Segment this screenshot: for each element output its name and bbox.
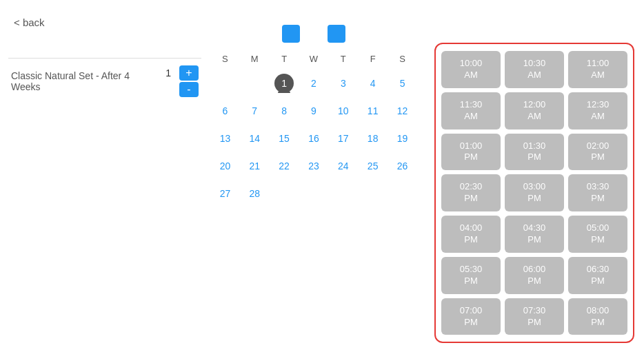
calendar-day[interactable]: 19 [388, 125, 417, 152]
time-slot-button[interactable]: 11:30AM [441, 92, 501, 129]
time-slot-button[interactable]: 07:00PM [441, 298, 501, 335]
day-header: S [388, 51, 417, 70]
calendar-day[interactable]: 10 [328, 97, 358, 125]
calendar-day[interactable]: 14 [240, 125, 270, 152]
calendar-day [358, 180, 388, 207]
time-slot-button[interactable]: 03:00PM [505, 174, 564, 211]
back-link[interactable]: < back [14, 17, 45, 28]
time-slot-button[interactable]: 03:30PM [568, 174, 627, 211]
calendar-day[interactable]: 22 [270, 152, 299, 180]
calendar-day[interactable]: 23 [299, 152, 329, 180]
quantity-decrement-button[interactable]: - [179, 82, 199, 97]
calendar-day[interactable]: 4 [358, 70, 388, 97]
time-slot-button[interactable]: 04:30PM [505, 216, 564, 253]
day-header: W [299, 51, 329, 70]
calendar-day [210, 70, 240, 97]
calendar-section: SMTWTFS 12345678910111213141516171819202… [210, 12, 417, 207]
time-slot-button[interactable]: 06:00PM [505, 257, 564, 294]
order-table: Classic Natural Set - After 4 Weeks 1 + … [8, 50, 201, 104]
time-slot-button[interactable]: 08:00PM [568, 298, 627, 335]
time-slot-button[interactable]: 06:30PM [568, 257, 627, 294]
calendar-day[interactable]: 1 [270, 70, 299, 97]
time-slot-button[interactable]: 10:00AM [441, 51, 501, 88]
time-slot-button[interactable]: 04:00PM [441, 216, 501, 253]
calendar-day[interactable]: 21 [240, 152, 270, 180]
calendar-day[interactable]: 3 [328, 70, 358, 97]
quantity-cell: 1 + - [163, 59, 201, 105]
calendar-day[interactable]: 28 [240, 180, 270, 207]
time-slot-button[interactable]: 07:30PM [505, 298, 564, 335]
calendar-day [388, 180, 417, 207]
day-header: S [210, 51, 240, 70]
time-slot-button[interactable]: 05:00PM [568, 216, 627, 253]
calendar-day[interactable]: 5 [388, 70, 417, 97]
calendar-day[interactable]: 2 [299, 70, 329, 97]
time-slot-button[interactable]: 12:00AM [505, 92, 564, 129]
calendar-day[interactable]: 13 [210, 125, 240, 152]
calendar-day[interactable]: 9 [299, 97, 329, 125]
calendar-day [328, 180, 358, 207]
calendar-day[interactable]: 11 [358, 97, 388, 125]
next-month-button[interactable] [328, 25, 345, 43]
calendar-day[interactable]: 6 [210, 97, 240, 125]
quantity-controls: + - [179, 65, 199, 97]
calendar-day[interactable]: 25 [358, 152, 388, 180]
prev-month-button[interactable] [282, 25, 300, 43]
quantity-increment-button[interactable]: + [179, 65, 199, 81]
time-slot-button[interactable]: 05:30PM [441, 257, 501, 294]
calendar-grid: SMTWTFS 12345678910111213141516171819202… [210, 51, 417, 207]
calendar-day [240, 70, 270, 97]
time-grid: 10:00AM10:30AM11:00AM11:30AM12:00AM12:30… [441, 51, 627, 335]
calendar-day[interactable]: 20 [210, 152, 240, 180]
calendar-day[interactable]: 18 [358, 125, 388, 152]
calendar-day[interactable]: 16 [299, 125, 329, 152]
time-slot-button[interactable]: 01:00PM [441, 134, 501, 171]
name-column-header [8, 50, 163, 59]
calendar-day[interactable]: 15 [270, 125, 299, 152]
time-slots-panel: 10:00AM10:30AM11:00AM11:30AM12:00AM12:30… [434, 43, 634, 343]
time-slot-button[interactable]: 01:30PM [505, 134, 564, 171]
calendar-day[interactable]: 27 [210, 180, 240, 207]
quantity-column-header [163, 50, 201, 59]
quantity-value: 1 [165, 68, 171, 79]
calendar-day[interactable]: 17 [328, 125, 358, 152]
calendar-day[interactable]: 8 [270, 97, 299, 125]
calendar-day[interactable]: 26 [388, 152, 417, 180]
order-row: Classic Natural Set - After 4 Weeks 1 + … [8, 59, 201, 105]
calendar-header [210, 25, 417, 43]
order-panel: Classic Natural Set - After 4 Weeks 1 + … [8, 50, 201, 104]
time-slot-button[interactable]: 02:30PM [441, 174, 501, 211]
day-header: F [358, 51, 388, 70]
calendar-day[interactable]: 24 [328, 152, 358, 180]
time-slot-button[interactable]: 12:30AM [568, 92, 627, 129]
day-header: M [240, 51, 270, 70]
day-header: T [270, 51, 299, 70]
time-slot-button[interactable]: 02:00PM [568, 134, 627, 171]
calendar-day[interactable]: 7 [240, 97, 270, 125]
day-header: T [328, 51, 358, 70]
calendar-day [270, 180, 299, 207]
product-name: Classic Natural Set - After 4 Weeks [8, 59, 163, 105]
calendar-day [299, 180, 329, 207]
calendar-day[interactable]: 12 [388, 97, 417, 125]
time-slot-button[interactable]: 11:00AM [568, 51, 627, 88]
time-slot-button[interactable]: 10:30AM [505, 51, 564, 88]
